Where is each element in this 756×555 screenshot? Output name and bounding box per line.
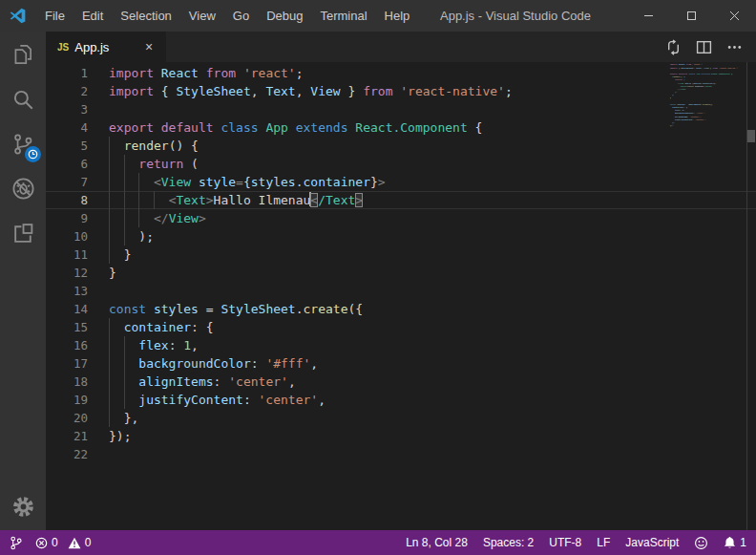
line-content: <Text>Hallo Ilmenau</Text> (109, 191, 363, 209)
tab-close-icon[interactable]: × (139, 39, 158, 54)
line-number[interactable]: 11 (46, 245, 88, 264)
menu-debug[interactable]: Debug (258, 0, 311, 32)
line-number[interactable]: 6 (46, 155, 88, 173)
code-line[interactable]: 6 return ( (46, 155, 756, 173)
code-line[interactable]: 19 justifyContent: 'center', (46, 391, 756, 409)
code-line[interactable]: 9 </View> (46, 209, 756, 227)
code-line[interactable]: 14const styles = StyleSheet.create({ (46, 300, 756, 318)
line-number[interactable]: 12 (46, 264, 88, 282)
code-token (154, 120, 161, 135)
code-token: 1 (183, 338, 191, 352)
code-token: flex (138, 338, 168, 352)
code-line[interactable]: 7 <View style={styles.container}> (46, 173, 756, 191)
code-token: React.Component (355, 120, 467, 135)
line-number[interactable]: 16 (46, 336, 88, 354)
close-button[interactable] (713, 0, 756, 32)
tab-bar: JS App.js × (46, 32, 756, 62)
line-number[interactable]: 1 (46, 64, 88, 82)
more-actions-icon[interactable] (724, 36, 745, 57)
line-number[interactable]: 5 (46, 137, 88, 155)
debug-icon[interactable] (0, 166, 46, 211)
indent-guide (124, 391, 125, 409)
code-line[interactable]: 20 }, (46, 409, 756, 427)
code-token: = (199, 302, 220, 316)
code-line[interactable]: 12} (46, 264, 756, 282)
code-token: 'react' (243, 66, 296, 80)
activity-bar (0, 32, 46, 530)
settings-gear-icon[interactable] (0, 484, 46, 528)
code-line[interactable]: 10 ); (46, 227, 756, 245)
line-number[interactable]: 10 (46, 227, 88, 245)
maximize-button[interactable] (670, 0, 713, 32)
encoding-setting[interactable]: UTF-8 (549, 536, 581, 549)
menu-file[interactable]: File (36, 0, 74, 32)
menu-selection[interactable]: Selection (112, 0, 179, 32)
line-number[interactable]: 7 (46, 173, 88, 191)
minimap[interactable]: import React from 'react';import { Style… (668, 62, 747, 530)
eol-setting[interactable]: LF (597, 536, 610, 549)
menu-edit[interactable]: Edit (74, 0, 112, 32)
code-line[interactable]: 2import { StyleSheet, Text, View } from … (46, 82, 756, 100)
code-line[interactable]: 15 container: { (46, 318, 756, 336)
code-token: React (161, 66, 199, 80)
line-number[interactable]: 15 (46, 318, 88, 336)
code-token: > (355, 193, 363, 207)
warning-count: 0 (85, 536, 92, 549)
notifications-bell[interactable]: 1 (724, 536, 746, 549)
indent-guide (124, 155, 125, 173)
line-number[interactable]: 19 (46, 391, 88, 409)
code-line[interactable]: 4export default class App extends React.… (46, 118, 756, 137)
code-line[interactable]: 16 flex: 1, (46, 336, 756, 354)
line-number[interactable]: 21 (46, 427, 88, 445)
tab-appjs[interactable]: JS App.js × (46, 32, 166, 62)
scrollbar-thumb[interactable] (747, 130, 755, 142)
code-line[interactable]: 18 alignItems: 'center', (46, 373, 756, 391)
cursor-position[interactable]: Ln 8, Col 28 (406, 536, 468, 549)
line-number[interactable]: 2 (46, 82, 88, 100)
menu-view[interactable]: View (180, 0, 224, 32)
feedback-smiley-icon[interactable] (694, 536, 708, 550)
code-line[interactable]: 11 } (46, 245, 756, 264)
line-number[interactable]: 17 (46, 354, 88, 373)
code-line[interactable]: 3 (46, 100, 756, 118)
menu-terminal[interactable]: Terminal (311, 0, 375, 32)
extensions-icon[interactable] (0, 211, 46, 256)
code-token: , (288, 374, 296, 389)
problems-indicator[interactable]: 0 0 (35, 536, 91, 549)
language-mode[interactable]: JavaScript (625, 536, 679, 549)
source-control-icon[interactable] (0, 121, 46, 166)
code-token (146, 302, 154, 316)
code-editor[interactable]: 1import React from 'react';2import { Sty… (46, 62, 756, 530)
line-number[interactable]: 18 (46, 373, 88, 391)
line-content: alignItems: 'center', (109, 373, 296, 391)
line-number[interactable]: 4 (46, 118, 88, 137)
code-token: class (220, 120, 258, 135)
line-number[interactable]: 8 (46, 191, 88, 209)
code-line[interactable]: 8 <Text>Hallo Ilmenau</Text> (46, 191, 756, 209)
search-icon[interactable] (0, 76, 46, 121)
explorer-icon[interactable] (0, 32, 46, 76)
code-line[interactable]: 17 backgroundColor: '#fff', (46, 354, 756, 373)
indentation-setting[interactable]: Spaces: 2 (483, 536, 534, 549)
line-number[interactable]: 20 (46, 409, 88, 427)
code-line[interactable]: 21}); (46, 427, 756, 445)
code-line[interactable]: 22 (46, 445, 756, 463)
line-number[interactable]: 9 (46, 209, 88, 227)
code-token: } (109, 266, 116, 280)
menu-go[interactable]: Go (224, 0, 258, 32)
vscode-logo-icon (10, 8, 27, 25)
indent-guide (124, 191, 125, 209)
sync-changes-icon[interactable] (662, 36, 683, 57)
code-line[interactable]: 1import React from 'react'; (46, 64, 756, 82)
git-branch-icon[interactable] (10, 536, 22, 550)
code-token: , (296, 84, 311, 98)
split-editor-icon[interactable] (693, 36, 714, 57)
code-line[interactable]: 13 (46, 282, 756, 300)
code-line[interactable]: 5 render() { (46, 137, 756, 155)
line-number[interactable]: 3 (46, 100, 88, 118)
code-token: container (124, 320, 191, 334)
warnings-icon (68, 537, 81, 549)
line-number[interactable]: 22 (46, 445, 88, 463)
line-number[interactable]: 14 (46, 300, 88, 318)
line-number[interactable]: 13 (46, 282, 88, 300)
